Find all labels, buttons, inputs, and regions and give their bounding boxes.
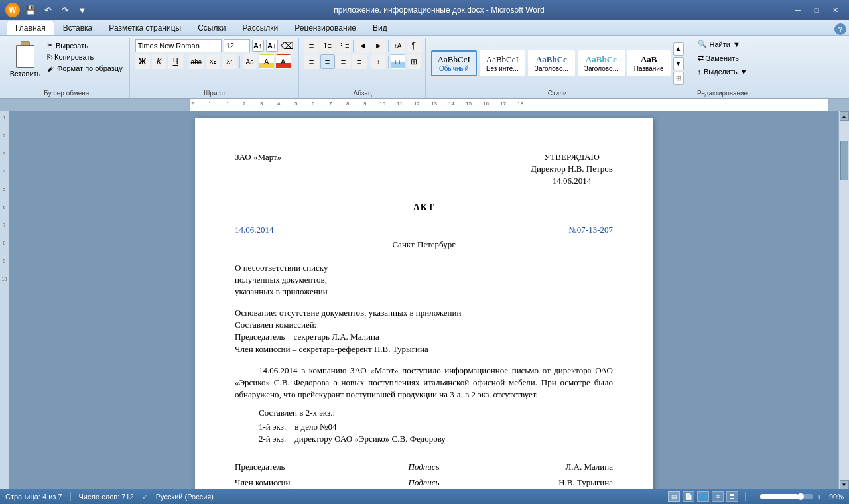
copy-button[interactable]: ⎘ Копировать: [44, 52, 125, 62]
italic-button[interactable]: К: [152, 54, 166, 69]
replace-label: Заменить: [706, 54, 739, 62]
draft-view-button[interactable]: ≣: [726, 491, 738, 502]
paste-button[interactable]: Вставить: [8, 38, 42, 80]
zoom-indicator[interactable]: [797, 493, 804, 500]
doc-date-number-row: 14.06.2014 №07-13-207: [235, 224, 613, 236]
basis-line: Основание: отсутствие документов, указан…: [235, 307, 613, 319]
increase-indent-button[interactable]: ►: [371, 38, 386, 53]
styles-scroll-up[interactable]: ▲: [673, 42, 684, 56]
web-layout-view-button[interactable]: 🌐: [697, 491, 709, 502]
subject-line1: О несоответствии списку: [235, 262, 613, 274]
redo-button[interactable]: ↷: [58, 3, 72, 17]
strikethrough-button[interactable]: abc: [189, 54, 204, 69]
font-color-button[interactable]: А: [276, 54, 291, 69]
bullets-button[interactable]: ≡: [304, 38, 319, 53]
styles-scroll-down[interactable]: ▼: [673, 57, 684, 70]
full-reading-view-button[interactable]: 📄: [683, 491, 694, 502]
left-ruler: 1 2 3 4 5 6 7 8 9 10: [0, 111, 9, 489]
zoom-bar-fill: [760, 494, 799, 499]
tab-view[interactable]: Вид: [365, 21, 395, 35]
borders-button[interactable]: ⊞: [407, 54, 421, 69]
superscript-button[interactable]: X²: [222, 54, 237, 69]
spellcheck-icon[interactable]: ✓: [142, 493, 148, 501]
decrease-font-button[interactable]: A↓: [266, 40, 278, 52]
sort-button[interactable]: ↕A: [391, 38, 405, 53]
format-painter-button[interactable]: 🖌 Формат по образцу: [44, 63, 125, 74]
align-left-button[interactable]: ≡: [304, 54, 319, 69]
print-layout-view-button[interactable]: ▤: [668, 491, 680, 502]
scroll-up-button[interactable]: ▲: [840, 111, 849, 121]
style-name[interactable]: АаВ Название: [627, 50, 671, 76]
tab-review[interactable]: Рецензирование: [287, 21, 364, 35]
find-dropdown-icon[interactable]: ▼: [733, 40, 740, 48]
cut-button[interactable]: ✂ Вырезать: [44, 40, 125, 51]
select-dropdown-icon[interactable]: ▼: [740, 68, 748, 76]
style-nospace[interactable]: AaBbCcI Без инте...: [480, 50, 525, 76]
style-heading1[interactable]: AaBbCc Заголово...: [528, 50, 575, 76]
document-scroll-area[interactable]: ЗАО «Март» УТВЕРЖДАЮ Директор Н.В. Петро…: [9, 111, 838, 489]
qat-dropdown-button[interactable]: ▼: [76, 3, 89, 17]
font-size-input[interactable]: [224, 39, 250, 52]
maximize-button[interactable]: □: [808, 3, 825, 17]
justify-button[interactable]: ≡: [352, 54, 367, 69]
close-button[interactable]: ✕: [826, 3, 844, 17]
zoom-slider[interactable]: [760, 494, 813, 499]
highlight-button[interactable]: А: [259, 54, 274, 69]
align-right-button[interactable]: ≡: [336, 54, 351, 69]
bold-button[interactable]: Ж: [135, 54, 150, 69]
decrease-indent-button[interactable]: ◄: [356, 38, 370, 53]
scroll-thumb[interactable]: [840, 141, 848, 180]
minimize-button[interactable]: ─: [789, 3, 807, 17]
numbering-button[interactable]: 1≡: [320, 38, 335, 53]
multilevel-list-button[interactable]: ⋮≡: [336, 38, 351, 53]
doc-header: ЗАО «Март» УТВЕРЖДАЮ Директор Н.В. Петро…: [235, 151, 613, 188]
outline-view-button[interactable]: ≡: [712, 491, 724, 502]
office-logo-icon[interactable]: W: [5, 3, 20, 17]
underline-button[interactable]: Ч: [168, 54, 183, 69]
zoom-level-label: 90%: [825, 493, 844, 501]
scroll-down-button[interactable]: ▼: [840, 480, 849, 489]
line-spacing-button[interactable]: ↕: [371, 54, 386, 69]
chairman-line: Председатель – секретарь Л.А. Малина: [235, 331, 613, 343]
scroll-track[interactable]: [840, 121, 849, 480]
clear-format-button[interactable]: ⌫: [280, 38, 294, 53]
subscript-button[interactable]: X₂: [206, 54, 220, 69]
tab-layout[interactable]: Разметка страницы: [101, 21, 189, 35]
tab-mailings[interactable]: Рассылки: [234, 21, 286, 35]
style-heading2[interactable]: AaBbCc Заголово...: [578, 50, 625, 76]
tab-home[interactable]: Главная: [7, 21, 54, 35]
titlebar-left: W 💾 ↶ ↷ ▼: [5, 3, 89, 17]
align-center-button[interactable]: ≡: [320, 54, 335, 69]
select-icon: ↕: [698, 68, 702, 76]
increase-font-button[interactable]: A↑: [252, 40, 264, 52]
document-page[interactable]: ЗАО «Март» УТВЕРЖДАЮ Директор Н.В. Петро…: [195, 118, 653, 489]
select-button[interactable]: ↕ Выделить ▼: [694, 66, 751, 77]
copies-label: Составлен в 2-х экз.:: [235, 407, 613, 419]
font-name-input[interactable]: [135, 39, 222, 52]
sig-member-role: Член комиссии: [235, 477, 361, 489]
change-case-button[interactable]: Аа: [243, 54, 257, 69]
show-marks-button[interactable]: ¶: [407, 38, 421, 53]
style-name-label: Название: [634, 65, 664, 72]
styles-more[interactable]: ⊞: [673, 72, 684, 85]
replace-button[interactable]: ⇄ Заменить: [694, 52, 751, 64]
shading-button[interactable]: □: [391, 54, 405, 69]
paste-icon: [13, 41, 37, 68]
tab-insert[interactable]: Вставка: [55, 21, 101, 35]
tab-references[interactable]: Ссылки: [190, 21, 233, 35]
zoom-in-button[interactable]: +: [817, 493, 821, 501]
undo-button[interactable]: ↶: [41, 3, 54, 17]
act-title: АКТ: [235, 201, 613, 214]
ruler-main[interactable]: 2 1 1 2 3 4 5 6 7 8 9 10 11 12 13 14 15 …: [189, 99, 829, 111]
style-h2-preview: AaBbCc: [584, 54, 618, 65]
help-button[interactable]: ?: [834, 23, 846, 35]
find-label: Найти: [710, 40, 730, 48]
vertical-scrollbar[interactable]: ▲ ▼: [838, 111, 849, 489]
style-normal[interactable]: AaBbCcI Обычный: [431, 50, 477, 76]
cut-icon: ✂: [47, 41, 53, 50]
save-qat-button[interactable]: 💾: [24, 3, 37, 17]
language-selector[interactable]: Русский (Россия): [156, 493, 214, 501]
find-button[interactable]: 🔍 Найти ▼: [694, 38, 751, 50]
approve-director: Директор Н.В. Петров: [531, 163, 613, 175]
zoom-out-button[interactable]: −: [752, 493, 756, 501]
